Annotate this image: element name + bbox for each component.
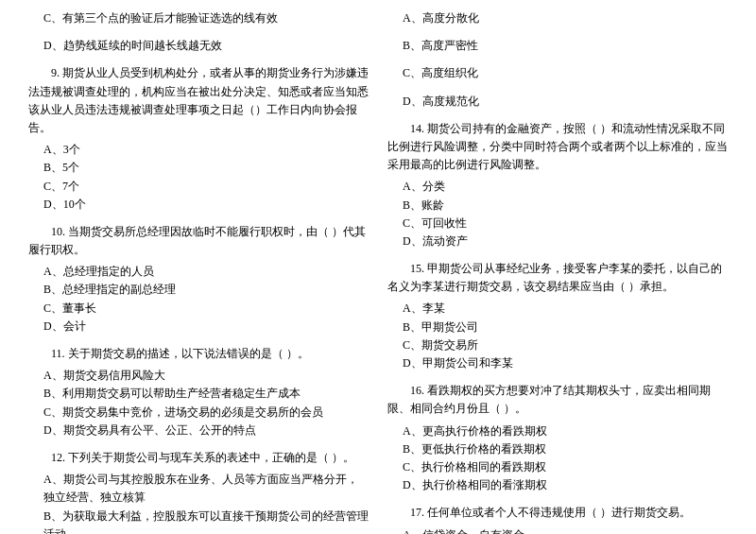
q10-option-a: A、总经理指定的人员 [43, 263, 369, 281]
q12-text: 12. 下列关于期货公司与现车关系的表述中，正确的是（ ）。 [28, 449, 369, 467]
q16-option-d: D、执行价格相同的看涨期权 [403, 476, 728, 494]
q16-text: 16. 看跌期权的买方想要对冲了结其期权头寸，应卖出相同期限、相同合约月份且（ … [387, 382, 728, 418]
q14-option-b: B、账龄 [403, 197, 728, 215]
q10-option-b: B、总经理指定的副总经理 [43, 281, 369, 299]
q17-text: 17. 任何单位或者个人不得违规使用（ ）进行期货交易。 [387, 504, 728, 522]
q9-option-d: D、10个 [43, 196, 369, 214]
q11-text: 11. 关于期货交易的描述，以下说法错误的是（ ）。 [28, 345, 369, 363]
option-text: B、高度严密性 [403, 37, 728, 55]
option-a-high-diversification: A、高度分散化 [387, 9, 728, 27]
q12-option-a: A、期货公司与其控股股东在业务、人员等方面应当严格分开，独立经营、独立核算 [43, 471, 369, 507]
q15-option-c: C、期货交易所 [403, 336, 728, 354]
q15-option-d: D、甲期货公司和李某 [403, 354, 728, 372]
q9-text: 9. 期货从业人员受到机构处分，或者从事的期货业务行为涉嫌违法违规被调查处理的，… [28, 64, 369, 137]
option-c-three-validations: C、有第三个点的验证后才能验证选选的线有效 [28, 9, 369, 27]
q15-option-b: B、甲期货公司 [403, 319, 728, 336]
q9-option-a: A、3个 [43, 141, 369, 159]
q9-option-b: B、5个 [43, 159, 369, 177]
question-16: 16. 看跌期权的买方想要对冲了结其期权头寸，应卖出相同期限、相同合约月份且（ … [387, 382, 728, 494]
option-d-trend-line: D、趋势线延续的时间越长线越无效 [28, 37, 369, 55]
question-14: 14. 期货公司持有的金融资产，按照（ ）和流动性情况采取不同比例进行风险调整，… [387, 120, 728, 250]
right-column: A、高度分散化 B、高度严密性 C、高度组织化 D、高度规范化 14. 期货公司… [387, 9, 728, 534]
q11-option-b: B、利用期货交易可以帮助生产经营者稳定生产成本 [43, 385, 369, 403]
question-10: 10. 当期货交易所总经理因故临时不能履行职权时，由（ ）代其履行职权。 A、总… [28, 223, 369, 336]
q11-option-a: A、期货交易信用风险大 [43, 367, 369, 385]
q9-option-c: C、7个 [43, 178, 369, 196]
option-text: A、高度分散化 [403, 9, 728, 27]
q11-option-c: C、期货交易集中竞价，进场交易的必须是交易所的会员 [43, 404, 369, 422]
option-d-high-regulation: D、高度规范化 [387, 93, 728, 111]
option-text: C、有第三个点的验证后才能验证选选的线有效 [43, 9, 369, 27]
question-17: 17. 任何单位或者个人不得违规使用（ ）进行期货交易。 A、信贷资金、自有资金… [387, 504, 728, 534]
option-text: C、高度组织化 [403, 64, 728, 82]
q16-option-b: B、更低执行价格的看跌期权 [403, 440, 728, 458]
q17-option-a: A、信贷资金、自有资金 [403, 526, 728, 535]
question-15: 15. 甲期货公司从事经纪业务，接受客户李某的委托，以自己的名义为李某进行期货交… [387, 260, 728, 372]
q12-option-b: B、为获取最大利益，控股股东可以直接干预期货公司的经营管理活动 [43, 508, 369, 535]
q11-option-d: D、期货交易具有公平、公正、公开的特点 [43, 422, 369, 439]
option-b-high-density: B、高度严密性 [387, 37, 728, 55]
q15-option-a: A、李某 [403, 300, 728, 318]
q10-option-d: D、会计 [43, 318, 369, 336]
option-text: D、高度规范化 [403, 93, 728, 111]
option-c-high-standardization: C、高度组织化 [387, 64, 728, 82]
q15-text: 15. 甲期货公司从事经纪业务，接受客户李某的委托，以自己的名义为李某进行期货交… [387, 260, 728, 296]
question-12: 12. 下列关于期货公司与现车关系的表述中，正确的是（ ）。 A、期货公司与其控… [28, 449, 369, 534]
q14-text: 14. 期货公司持有的金融资产，按照（ ）和流动性情况采取不同比例进行风险调整，… [387, 120, 728, 175]
left-column: C、有第三个点的验证后才能验证选选的线有效 D、趋势线延续的时间越长线越无效 9… [28, 9, 369, 534]
q16-option-c: C、执行价格相同的看跌期权 [403, 458, 728, 476]
q16-option-a: A、更高执行价格的看跌期权 [403, 422, 728, 440]
q14-option-d: D、流动资产 [403, 233, 728, 250]
question-9: 9. 期货从业人员受到机构处分，或者从事的期货业务行为涉嫌违法违规被调查处理的，… [28, 64, 369, 214]
question-11: 11. 关于期货交易的描述，以下说法错误的是（ ）。 A、期货交易信用风险大 B… [28, 345, 369, 439]
q14-option-c: C、可回收性 [403, 215, 728, 233]
q10-text: 10. 当期货交易所总经理因故临时不能履行职权时，由（ ）代其履行职权。 [28, 223, 369, 259]
q14-option-a: A、分类 [403, 178, 728, 196]
option-text: D、趋势线延续的时间越长线越无效 [43, 37, 369, 55]
q10-option-c: C、董事长 [43, 300, 369, 318]
